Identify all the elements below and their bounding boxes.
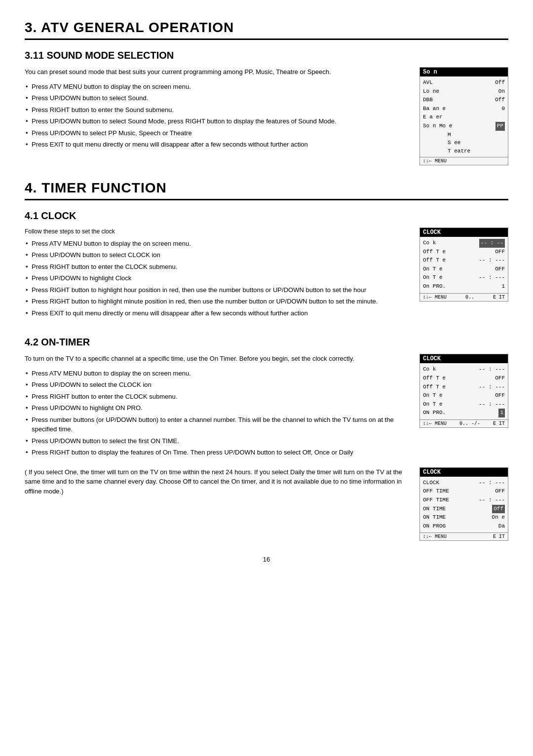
menu-row-ontime3b: ON TIME On e	[423, 513, 505, 522]
menu-footer-exit: E IT	[493, 421, 505, 426]
menu-row-offtime3: OFF TIME OFF	[423, 487, 505, 496]
menu-val: -- : --	[479, 239, 505, 248]
list-item: Press EXIT to quit menu directly or menu…	[25, 140, 410, 150]
menu-label: On T e	[423, 391, 443, 400]
menu-val: On e	[492, 513, 505, 522]
menu-label: ON PRO.	[423, 409, 446, 417]
clock-menu-body-1: Co k -- : -- Off T e OFF Off T e -- : --…	[420, 237, 508, 293]
list-item: Press UP/DOWN button to select Sound.	[25, 93, 410, 103]
sound-menu-title: So n	[420, 68, 508, 76]
menu-val: Off	[492, 505, 505, 514]
menu-label: E a er	[423, 113, 443, 122]
list-item: Press ATV MENU button to display the on …	[25, 239, 410, 249]
section-42-content-2: ( If you select One, the timer will turn…	[25, 467, 508, 541]
menu-row-offt1: Off T e OFF	[423, 248, 505, 257]
menu-val: -- : ---	[479, 400, 505, 409]
menu-val: -- : ---	[479, 496, 505, 505]
clock-menu-footer-3: ↕↓← MENU E IT	[420, 532, 508, 540]
menu-label: So n Mo e	[423, 122, 452, 131]
menu-label: DBB	[423, 96, 433, 105]
menu-row-offt2: Off T e -- : ---	[423, 383, 505, 392]
menu-footer-nav: ↕↓← MENU	[423, 421, 447, 426]
clock-menu-box-2: CLOCK Co k -- : --- Off T e OFF Off T e …	[419, 354, 508, 428]
menu-label: Ba an e	[423, 105, 446, 113]
menu-row-ont1: On T e OFF	[423, 265, 505, 274]
chapter3-title: 3. ATV GENERAL OPERATION	[25, 20, 508, 40]
menu-label: CLOCK	[423, 479, 439, 488]
list-item: Press UP/DOWN button to select CLOCK ion	[25, 250, 410, 260]
section-42-intro2-col: ( If you select One, the timer will turn…	[25, 467, 410, 501]
clock-menu-title-3: CLOCK	[420, 468, 508, 477]
list-item: Press RIGHT button to enter the CLOCK su…	[25, 262, 410, 272]
menu-val: OFF	[495, 487, 505, 496]
section-41-content: Follow these steps to set the clock Pres…	[25, 227, 508, 323]
menu-val: -- : ---	[479, 383, 505, 392]
section-42-intro2: ( If you select One, the timer will turn…	[25, 467, 410, 496]
section-311-bullets: Press ATV MENU button to display the on …	[25, 82, 410, 150]
list-item: Press UP/DOWN to highlight Clock	[25, 273, 410, 283]
clock-menu-body-3: CLOCK -- : --- OFF TIME OFF OFF TIME -- …	[420, 477, 508, 533]
section-42-title: 4.2 ON-TIMER	[25, 337, 508, 348]
menu-val: OFF	[495, 374, 505, 383]
section-42-content-1: To turn on the TV to a specific channel …	[25, 354, 508, 462]
menu-row-sonmode: So n Mo e PP	[423, 122, 505, 131]
menu-row-ont1: On T e OFF	[423, 391, 505, 400]
menu-row-onpro-hl: ON PRO. 1	[423, 409, 505, 417]
menu-val: 1	[501, 282, 505, 291]
menu-row-clock3: CLOCK -- : ---	[423, 479, 505, 488]
menu-row-offt1: Off T e OFF	[423, 374, 505, 383]
menu-label: ON TIME	[423, 505, 446, 514]
section-311-title: 3.11 SOUND MODE SELECTION	[25, 50, 508, 61]
menu-row-clock: Co k -- : --	[423, 239, 505, 248]
clock-menu-footer-2: ↕↓← MENU 0.. -/- E IT	[420, 419, 508, 427]
menu-row-avl: AVL Off	[423, 78, 505, 87]
menu-footer-mid: 0..	[465, 295, 474, 300]
menu-label: On T e	[423, 400, 443, 409]
sound-menu-footer: ↕↓← MENU	[420, 157, 508, 165]
menu-val: Off	[495, 96, 505, 105]
section-41-title: 4.1 CLOCK	[25, 210, 508, 222]
menu-val: 1	[498, 409, 505, 417]
menu-label: Co k	[423, 365, 436, 374]
menu-row-eaer: E a er	[423, 113, 505, 122]
clock-menu-box-3: CLOCK CLOCK -- : --- OFF TIME OFF OFF TI…	[419, 467, 508, 541]
section-311-content: You can preset sound mode that best suit…	[25, 67, 508, 165]
clock-menus-col: CLOCK Co k -- : --- Off T e OFF Off T e …	[419, 354, 508, 428]
menu-row-dbb: DBB Off	[423, 96, 505, 105]
section-42-intro1: To turn on the TV to a specific channel …	[25, 354, 410, 364]
menu-label: OFF TIME	[423, 487, 449, 496]
section-42-bullets: Press ATV MENU button to display the on …	[25, 369, 410, 457]
list-item: Press ATV MENU button to display the on …	[25, 369, 410, 378]
menu-footer-nav: ↕↓← MENU	[423, 295, 447, 300]
menu-val: -- : ---	[479, 256, 505, 265]
menu-val: OFF	[495, 248, 505, 257]
clock-menu-body-2: Co k -- : --- Off T e OFF Off T e -- : -…	[420, 363, 508, 419]
menu-label: Off T e	[423, 248, 446, 257]
menu-val: -- : ---	[479, 365, 505, 374]
list-item: Press UP/DOWN button to select the first…	[25, 436, 410, 446]
list-item: Press UP/DOWN to highlight ON PRO.	[25, 403, 410, 413]
submenu-item: M	[448, 131, 505, 139]
menu-row-onprog3: ON PROG Da	[423, 522, 505, 531]
menu-val: 0	[501, 105, 505, 113]
menu-val: OFF	[495, 391, 505, 400]
menu-row-onpro: On PRO. 1	[423, 282, 505, 291]
menu-val: OFF	[495, 265, 505, 274]
menu-row-ont2: On T e -- : ---	[423, 400, 505, 409]
menu-label: On T e	[423, 265, 443, 274]
menu-label: ON PROG	[423, 522, 446, 531]
menu-row-lone: Lo ne On	[423, 87, 505, 96]
menu-footer-nav: ↕↓← MENU	[423, 158, 447, 164]
list-item: Press UP/DOWN to select PP Music, Speech…	[25, 128, 410, 138]
list-item: Press ATV MENU button to display the on …	[25, 82, 410, 92]
section-311-intro: You can preset sound mode that best suit…	[25, 67, 410, 77]
list-item: Press EXIT to quit menu directly or menu…	[25, 308, 410, 318]
menu-label: Lo ne	[423, 87, 439, 96]
menu-val: -- : ---	[479, 273, 505, 282]
sound-menu-box: So n AVL Off Lo ne On DBB Off Ba an e 0	[419, 67, 508, 165]
menu-label: Co k	[423, 239, 436, 248]
list-item: Press RIGHT button to highlight hour pos…	[25, 285, 410, 295]
section-41-bullets: Press ATV MENU button to display the on …	[25, 239, 410, 318]
sound-menu-body: AVL Off Lo ne On DBB Off Ba an e 0 E a e…	[420, 76, 508, 157]
submenu-item: T eatre	[448, 147, 505, 155]
